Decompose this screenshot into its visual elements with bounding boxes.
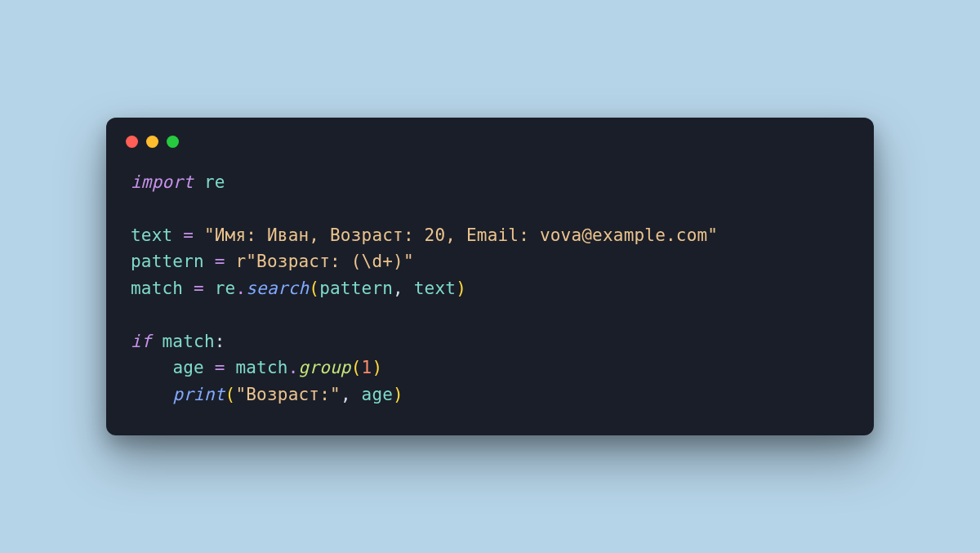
code-token: import [131, 172, 194, 192]
code-token: re [204, 172, 225, 192]
code-line: import re [131, 169, 849, 196]
code-token [183, 279, 194, 298]
code-token [225, 252, 236, 271]
code-token: text [414, 279, 456, 298]
code-line: match = re.search(pattern, text) [131, 275, 849, 302]
minimize-icon[interactable] [146, 136, 158, 148]
code-token [152, 332, 163, 351]
code-token: r"Возраст: (\d+)" [235, 252, 413, 271]
code-token [172, 225, 183, 245]
code-token: : [215, 332, 225, 351]
code-token: if [131, 332, 152, 351]
code-line: age = match.group(1) [131, 355, 849, 381]
code-token: , [341, 385, 362, 404]
code-token [225, 358, 236, 377]
code-token: 1 [362, 358, 372, 377]
code-token [204, 279, 215, 298]
code-token: search [246, 279, 309, 298]
code-token: match [235, 358, 287, 377]
code-token: ) [393, 385, 403, 404]
code-token: . [288, 358, 299, 377]
code-token: age [172, 358, 204, 377]
code-token [131, 358, 172, 377]
code-token: , [393, 279, 414, 298]
code-token [131, 385, 172, 404]
code-token: re [215, 279, 236, 298]
code-token: = [183, 225, 194, 245]
code-token [194, 225, 204, 245]
close-icon[interactable] [126, 136, 138, 148]
code-token: . [235, 279, 246, 298]
code-token: "Возраст:" [235, 385, 340, 404]
code-token: ( [225, 385, 236, 404]
code-token: "Имя: Иван, Возраст: 20, Email: vova@exa… [204, 225, 718, 245]
code-token: ) [372, 358, 382, 377]
code-token: pattern [131, 252, 204, 271]
window-titlebar [106, 118, 874, 158]
code-token: = [194, 279, 204, 298]
code-token: group [299, 358, 351, 377]
code-line: print("Возраст:", age) [131, 381, 849, 408]
maximize-icon[interactable] [167, 136, 179, 148]
code-token: ) [456, 279, 466, 298]
code-token: match [163, 332, 215, 351]
code-line: pattern = r"Возраст: (\d+)" [131, 248, 849, 275]
code-token [194, 172, 204, 192]
code-token: match [131, 279, 183, 298]
code-content: import re text = "Имя: Иван, Возраст: 20… [106, 158, 874, 436]
code-token: ( [351, 358, 362, 377]
code-window: import re text = "Имя: Иван, Возраст: 20… [106, 118, 874, 436]
code-token: = [215, 358, 225, 377]
code-token: = [215, 252, 225, 271]
code-token [204, 358, 215, 377]
code-token: age [362, 385, 394, 404]
code-line: if match: [131, 328, 849, 355]
code-token: ( [309, 279, 319, 298]
code-line: text = "Имя: Иван, Возраст: 20, Email: v… [131, 222, 849, 249]
code-token: pattern [319, 279, 393, 298]
code-token: text [131, 225, 172, 245]
code-line [131, 195, 849, 222]
code-token: print [172, 385, 225, 404]
code-line [131, 301, 849, 328]
code-token [204, 252, 215, 271]
